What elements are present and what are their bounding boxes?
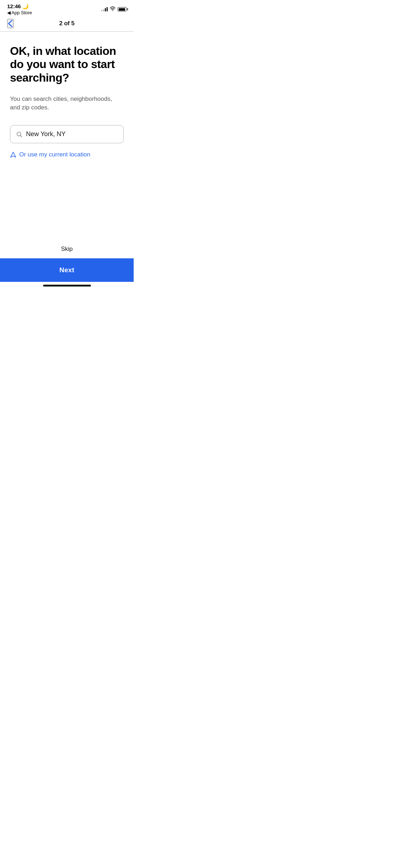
back-button[interactable] [7,19,14,28]
status-right [101,6,127,12]
app-store-back[interactable]: ◀ App Store [7,10,32,15]
signal-bar-4 [107,7,108,11]
signal-bar-3 [105,8,106,11]
location-arrow-icon [10,151,16,158]
time-label: 12:46 [7,4,21,9]
status-left: 12:46 🌙 ◀ App Store [7,4,32,15]
main-content: OK, in what location do you want to star… [0,32,134,259]
skip-button[interactable]: Skip [10,240,124,258]
page-subtitle: You can search cities, neighborhoods, an… [10,95,124,112]
signal-bar-1 [101,10,102,11]
next-button[interactable]: Next [0,258,134,282]
battery-fill [119,8,125,11]
signal-bar-2 [103,9,104,11]
status-bar: 12:46 🌙 ◀ App Store [0,0,134,16]
wifi-icon [110,6,115,12]
progress-indicator: 2 of 5 [59,20,74,27]
search-input[interactable] [26,130,118,138]
spacer [10,158,124,240]
signal-bars [101,7,108,11]
search-icon [16,131,22,138]
nav-bar: 2 of 5 [0,16,134,31]
home-indicator [0,282,134,289]
location-link-label: Or use my current location [19,151,90,158]
search-container[interactable] [10,125,124,143]
svg-point-0 [112,10,113,11]
battery-icon [118,7,127,11]
use-current-location-button[interactable]: Or use my current location [10,151,124,158]
back-triangle-icon: ◀ [7,10,11,15]
page-headline: OK, in what location do you want to star… [10,45,124,85]
status-time: 12:46 🌙 [7,4,32,9]
home-bar [43,285,91,286]
svg-line-2 [20,135,22,137]
app-store-label: App Store [11,10,32,15]
svg-marker-3 [11,152,16,157]
moon-icon: 🌙 [22,4,29,9]
